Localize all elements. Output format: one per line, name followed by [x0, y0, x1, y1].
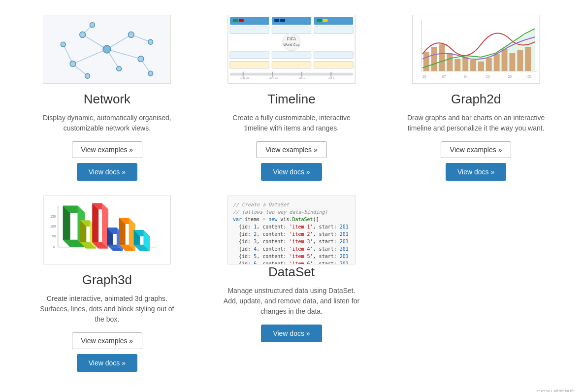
timeline-image: FIFA World Cup Jun 25 Jun 30 Jul 1 Jul 3 — [227, 15, 356, 84]
timeline-card: FIFA World Cup Jun 25 Jun 30 Jul 1 Jul 3 — [204, 15, 379, 181]
svg-rect-32 — [230, 27, 269, 33]
svg-rect-58 — [454, 59, 460, 71]
svg-rect-27 — [239, 19, 244, 22]
svg-point-19 — [90, 23, 95, 28]
svg-text:Jun 30: Jun 30 — [269, 76, 279, 79]
graph3d-docs-button[interactable]: View docs » — [77, 354, 137, 372]
timeline-examples-button[interactable]: View examples » — [256, 141, 327, 158]
svg-text:04: 04 — [464, 75, 468, 78]
svg-rect-63 — [493, 54, 499, 71]
svg-rect-40 — [314, 52, 353, 59]
network-examples-button[interactable]: View examples » — [72, 141, 143, 158]
svg-text:World Cup: World Cup — [284, 43, 300, 47]
svg-point-12 — [80, 32, 86, 38]
svg-rect-43 — [314, 62, 353, 68]
svg-rect-26 — [233, 19, 238, 22]
graph3d-title: Graph3d — [82, 272, 132, 288]
svg-rect-57 — [447, 53, 453, 71]
svg-text:Jul 1: Jul 1 — [299, 76, 305, 79]
svg-rect-30 — [317, 19, 322, 22]
svg-rect-29 — [280, 19, 285, 22]
svg-text:10: 10 — [422, 75, 426, 78]
svg-point-14 — [138, 56, 144, 62]
svg-text:100: 100 — [50, 225, 56, 228]
footer-note: CSDN 博客抓取 — [0, 387, 583, 392]
timeline-description: Create a fully customizable, interactive… — [223, 113, 360, 133]
graph2d-docs-button[interactable]: View docs » — [446, 163, 506, 181]
svg-text:25: 25 — [508, 75, 512, 78]
svg-rect-33 — [272, 27, 311, 33]
svg-text:05: 05 — [527, 75, 531, 78]
svg-point-17 — [148, 39, 153, 44]
svg-point-15 — [70, 61, 76, 67]
svg-rect-55 — [431, 47, 437, 71]
dataset-title: DataSet — [268, 264, 315, 280]
graph2d-title: Graph2d — [451, 92, 501, 107]
svg-text:150: 150 — [50, 215, 56, 218]
svg-rect-60 — [470, 60, 476, 71]
svg-marker-86 — [93, 203, 99, 248]
network-description: Display dynamic, automatically organised… — [38, 113, 176, 133]
svg-text:Jul 3: Jul 3 — [328, 76, 334, 79]
svg-rect-34 — [314, 27, 353, 33]
network-title: Network — [84, 92, 130, 107]
svg-rect-62 — [486, 58, 492, 71]
svg-rect-65 — [509, 53, 515, 71]
graph3d-examples-button[interactable]: View examples » — [72, 332, 143, 349]
svg-rect-66 — [517, 50, 523, 71]
graph2d-description: Draw graphs and bar charts on an interac… — [407, 113, 545, 133]
svg-rect-61 — [478, 62, 484, 71]
svg-rect-67 — [525, 47, 531, 71]
svg-point-20 — [117, 66, 122, 71]
svg-rect-54 — [423, 52, 429, 71]
graph3d-card: 0 50 100 150 Graph3d Create interactive,… — [20, 196, 194, 372]
svg-text:FIFA: FIFA — [287, 36, 296, 41]
svg-rect-44 — [230, 73, 353, 76]
timeline-docs-button[interactable]: View docs » — [261, 163, 322, 181]
svg-point-16 — [61, 42, 66, 47]
network-card: Network Display dynamic, automatically o… — [20, 15, 194, 181]
dataset-description: Manage unstructured data using DataSet. … — [223, 286, 360, 317]
svg-rect-42 — [272, 62, 311, 68]
svg-rect-41 — [230, 62, 269, 68]
dataset-card: // Create a DataSet // (allows two way d… — [204, 196, 379, 372]
svg-text:Jun 25: Jun 25 — [240, 76, 250, 79]
svg-point-11 — [103, 45, 111, 53]
svg-text:0: 0 — [53, 245, 55, 249]
svg-point-35 — [283, 33, 300, 51]
svg-text:50: 50 — [52, 234, 56, 238]
svg-point-13 — [129, 32, 134, 38]
graph2d-image: 10 07 04 20 25 05 — [412, 15, 540, 84]
network-image — [43, 15, 171, 84]
timeline-title: Timeline — [267, 92, 315, 107]
graph2d-card: 10 07 04 20 25 05 Graph2d Draw graphs an… — [389, 15, 563, 181]
graph3d-image: 0 50 100 150 — [43, 196, 171, 264]
dataset-docs-button[interactable]: View docs » — [261, 325, 322, 342]
svg-point-21 — [85, 73, 90, 78]
svg-text:20: 20 — [486, 75, 490, 78]
svg-point-18 — [148, 71, 153, 76]
svg-rect-56 — [439, 44, 445, 71]
network-docs-button[interactable]: View docs » — [77, 163, 137, 181]
graph2d-examples-button[interactable]: View examples » — [441, 141, 512, 158]
svg-rect-64 — [501, 49, 507, 71]
graph3d-description: Create interactive, animated 3d graphs. … — [38, 294, 176, 325]
svg-rect-38 — [230, 52, 269, 59]
svg-rect-28 — [274, 19, 279, 22]
svg-rect-31 — [323, 19, 327, 22]
svg-text:07: 07 — [442, 75, 446, 78]
svg-rect-39 — [272, 52, 311, 59]
dataset-image: // Create a DataSet // (allows two way d… — [227, 196, 356, 264]
